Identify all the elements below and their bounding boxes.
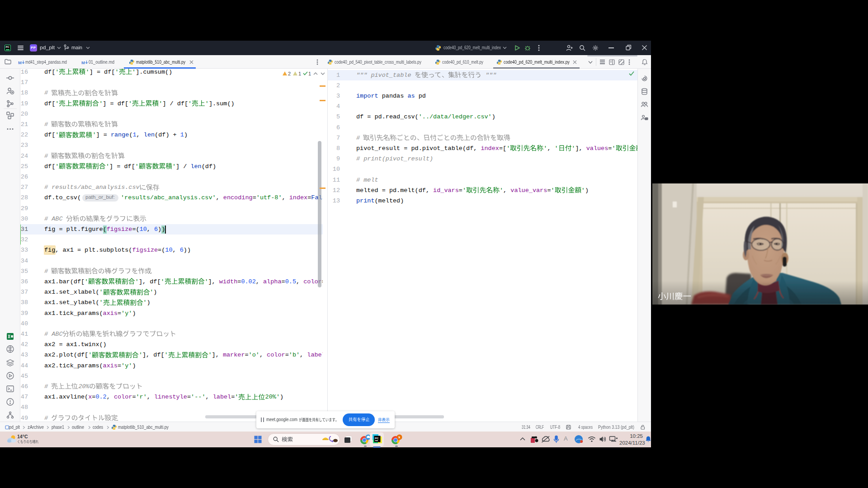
svg-text:PC: PC <box>375 437 379 440</box>
svg-text:M: M <box>18 60 22 65</box>
svg-text:M: M <box>81 60 85 65</box>
svg-text:2: 2 <box>288 71 291 76</box>
svg-text:1: 1 <box>308 71 311 76</box>
svg-text:1: 1 <box>298 71 301 76</box>
svg-text:k: k <box>399 436 401 439</box>
